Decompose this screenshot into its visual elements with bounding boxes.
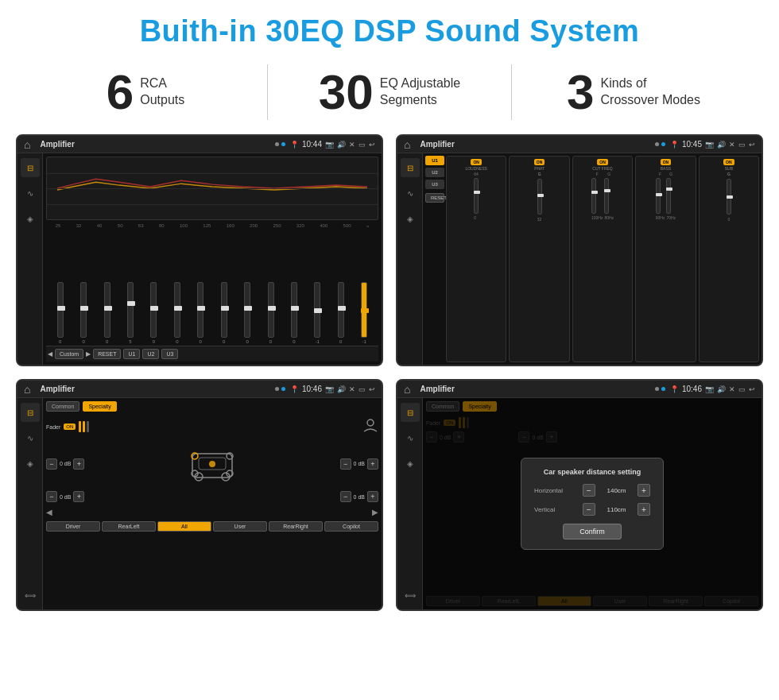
speaker-mode-icon-2[interactable]: ◈ [401,209,420,228]
close-icon-1: ✕ [349,141,355,149]
u3-button[interactable]: U3 [161,349,178,359]
app-label-4: Amplifier [420,385,650,393]
vol-fl-minus[interactable]: − [46,458,57,470]
cutfreq-slider-g[interactable] [604,178,609,214]
arrow-right[interactable]: ▶ [372,508,378,516]
eq-slider-4[interactable]: 0 [150,282,157,344]
reset-button-2[interactable]: RESET [425,193,444,203]
stat-eq: 30 EQ Adjustable Segments [276,68,503,117]
speaker-mode-icon[interactable]: ◈ [21,209,40,228]
eq-slider-8[interactable]: 0 [244,282,250,344]
u1-button[interactable]: U1 [123,349,140,359]
cutfreq-section: ON CUT FREQ F 100Hz G [572,156,633,362]
eq-slider-6[interactable]: 0 [197,282,203,344]
bass-slider-f[interactable] [656,178,661,214]
status-bar-2: ⌂ Amplifier 📍 10:45 📷 🔊 ✕ ▭ ↩ [397,136,762,153]
vertical-plus-button[interactable]: + [638,503,650,516]
u2-button[interactable]: U2 [142,349,159,359]
eq-slider-5[interactable]: 0 [174,282,180,344]
bass-section: ON BASS F 90Hz G [635,156,696,362]
driver-btn[interactable]: Driver [46,521,100,532]
bass-toggle[interactable]: ON [661,159,672,165]
vol-rr: − 0 dB + [340,491,378,502]
speaker-mode-icon-4[interactable]: ◈ [401,454,420,473]
cutfreq-toggle[interactable]: ON [597,159,608,165]
wave-mode-icon-3[interactable]: ∿ [21,428,40,447]
vol-rr-plus[interactable]: + [367,491,378,502]
profile-icon-3 [362,417,378,433]
vol-fr-plus[interactable]: + [367,458,378,470]
preset-u2[interactable]: U2 [425,168,444,177]
vertical-minus-button[interactable]: − [583,503,595,516]
vol-rr-minus[interactable]: − [340,491,351,502]
eq-slider-10[interactable]: 0 [291,282,297,344]
amp-main-area: Common Specialty Fader ON [43,398,382,609]
sub-toggle[interactable]: ON [723,159,734,165]
wave-mode-icon[interactable]: ∿ [21,184,40,203]
stat-number-rca: 6 [107,68,134,117]
side-icons-4: ⊟ ∿ ◈ ⟺ [397,398,423,609]
fader-row: Fader ON [46,417,378,436]
eq-slider-0[interactable]: 0 [57,282,64,344]
preset-u3[interactable]: U3 [425,180,444,189]
prev-icon[interactable]: ◀ [48,350,52,358]
close-icon-2: ✕ [729,141,735,149]
vol-rl-plus[interactable]: + [73,491,84,502]
vertical-row: Vertical − 110cm + [534,503,650,516]
eq-slider-12[interactable]: 0 [338,282,344,344]
vol-rl-minus[interactable]: − [46,491,57,502]
phat-toggle[interactable]: ON [534,159,545,165]
vol-fr-minus[interactable]: − [340,458,351,470]
eq-slider-2[interactable]: 0 [104,282,110,344]
custom-button[interactable]: Custom [55,349,83,359]
eq-mode-icon[interactable]: ⊟ [21,158,40,177]
all-btn[interactable]: All [157,521,211,532]
reset-button-1[interactable]: RESET [93,349,121,359]
screen4-content: ⊟ ∿ ◈ ⟺ Common Specialty Fader ON [397,398,762,609]
camera-icon-1: 📷 [325,141,334,149]
eq-slider-9[interactable]: 0 [268,282,274,344]
close-icon-3: ✕ [349,385,355,393]
cutfreq-slider-f[interactable] [591,178,596,214]
copilot-btn[interactable]: Copilot [324,521,378,532]
dialog-title: Car speaker distance setting [534,468,650,476]
user-btn[interactable]: User [213,521,267,532]
eq-mode-icon-2[interactable]: ⊟ [401,158,420,177]
eq-slider-3[interactable]: 5 [127,282,134,344]
rear-left-btn[interactable]: RearLeft [102,521,156,532]
wave-mode-icon-4[interactable]: ∿ [401,428,420,447]
arrow-left[interactable]: ◀ [46,508,52,516]
tab-common-3[interactable]: Common [46,401,79,412]
horizontal-minus-button[interactable]: − [583,484,595,497]
svg-point-0 [367,420,374,426]
horizontal-plus-button[interactable]: + [638,484,650,497]
tab-specialty-3[interactable]: Specialty [83,401,116,412]
eq-slider-1[interactable]: 0 [80,282,87,344]
sub-slider[interactable] [727,179,731,215]
phat-slider[interactable] [537,179,542,215]
preset-u1[interactable]: U1 [425,156,444,165]
eq-mode-icon-3[interactable]: ⊟ [21,403,40,422]
app-label-3: Amplifier [40,385,270,393]
eq-mode-icon-4[interactable]: ⊟ [401,403,420,422]
rear-right-btn[interactable]: RearRight [269,521,323,532]
speaker-distance-dialog: Car speaker distance setting Horizontal … [521,458,664,550]
expand-icon-3[interactable]: ⟺ [21,586,40,605]
expand-icon-4[interactable]: ⟺ [401,586,420,605]
loudness-slider-1[interactable] [474,178,479,214]
bass-slider-g[interactable] [666,178,671,214]
status-dot-1b [281,142,285,146]
screen-crossover: ⌂ Amplifier 📍 10:45 📷 🔊 ✕ ▭ ↩ ⊟ ∿ ◈ [396,134,763,366]
confirm-button[interactable]: Confirm [563,524,622,540]
play-icon[interactable]: ▶ [86,350,91,358]
speaker-mode-icon-3[interactable]: ◈ [21,454,40,473]
eq-slider-11[interactable]: -1 [314,282,320,344]
grid-h3 [47,204,378,205]
eq-slider-13[interactable]: -1 [361,282,367,344]
vol-fl-plus[interactable]: + [73,458,84,470]
eq-slider-7[interactable]: 0 [221,282,227,344]
wave-mode-icon-2[interactable]: ∿ [401,184,420,203]
loudness-toggle[interactable]: ON [471,159,482,165]
loudness-section: ON LOUDNESS 64 0 [446,156,506,362]
eq-graph [46,157,378,220]
